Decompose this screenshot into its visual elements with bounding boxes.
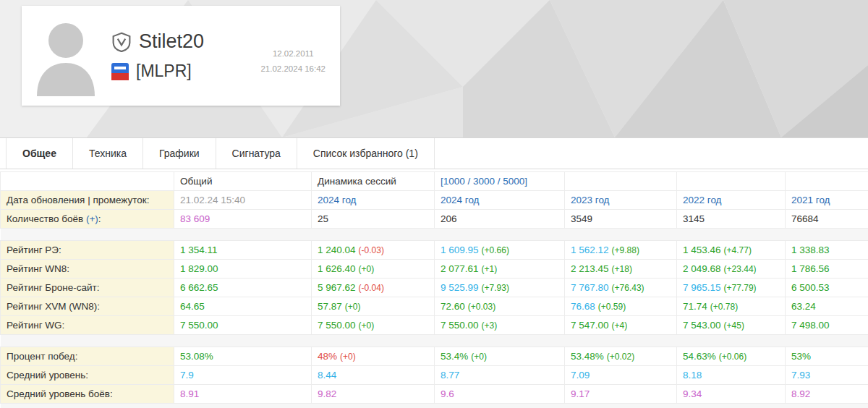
link-cell[interactable]: 2024 год [312, 191, 435, 210]
value-cell: 3549 [565, 210, 677, 229]
expand-battles-link[interactable]: (+) [86, 213, 98, 224]
value-cell: 53.48%(+0.02) [565, 347, 677, 366]
value-cell: 7 767.80(+76.43) [565, 279, 677, 297]
separator-cell [1, 335, 868, 347]
value-cell: 76.68(+0.59) [565, 297, 677, 316]
value-cell: 7 550.00(+3) [435, 316, 565, 335]
tab-general[interactable]: Общее [6, 138, 73, 169]
value-cell: 1 562.12(+9.88) [565, 241, 677, 260]
value-cell: 53.4%(+0) [435, 347, 565, 366]
value-cell: 8.44 [312, 366, 435, 385]
value-cell: 53% [786, 347, 868, 366]
value-cell: 1 609.95(+0.66) [435, 241, 565, 260]
value-cell: 5 967.62(-0.04) [312, 279, 435, 297]
value-cell: 9 525.99(+7.93) [435, 279, 565, 297]
value-cell: 8.91 [174, 385, 312, 404]
row-avg-level: Средний уровень:7.98.448.777.098.187.93 [1, 366, 868, 385]
link-cell[interactable]: [1000 / 3000 / 5000] [435, 172, 565, 191]
value-cell: 7 543.00(+45) [677, 316, 786, 335]
value-cell: 7.09 [565, 366, 677, 385]
row-rating-wg: Рейтинг WG:7 550.007 550.00(+0)7 550.00(… [1, 316, 868, 335]
value-cell [786, 172, 868, 191]
value-cell: 1 626.40(+0) [312, 260, 435, 279]
value-cell: 2 213.45(+18) [565, 260, 677, 279]
value-cell: 1 453.46(+4.77) [677, 241, 786, 260]
link-cell[interactable]: 2022 год [677, 191, 786, 210]
value-cell: 206 [435, 210, 565, 229]
registration-date: 12.02.2011 [273, 49, 314, 58]
clan-tag[interactable]: [MLPR] [136, 61, 192, 81]
value-cell: 3145 [677, 210, 786, 229]
value-cell: 7 550.00 [174, 316, 312, 335]
value-cell: 7.9 [174, 366, 312, 385]
clan-emblem-icon [111, 63, 129, 80]
separator-cell [1, 404, 868, 408]
last-update-date: 21.02.2024 16:42 [260, 64, 326, 73]
value-cell: 71.74(+0.78) [677, 297, 786, 316]
value-cell: Общий [174, 172, 312, 191]
stats-table: ОбщийДинамика сессий[1000 / 3000 / 5000]… [0, 171, 868, 408]
value-cell: 8.18 [677, 366, 786, 385]
row-label: Количество боёв (+): [1, 210, 174, 229]
row-label: Рейтинг РЭ: [1, 241, 174, 260]
value-cell: 7 547.00(+4) [565, 316, 677, 335]
header-banner: Stilet20 [MLPR] 12.02.2011 21.02.2024 16… [0, 0, 868, 137]
avatar [32, 15, 100, 96]
value-cell: 1 240.04(-0.03) [312, 241, 435, 260]
value-cell [677, 172, 786, 191]
value-cell: 6 662.65 [174, 279, 312, 297]
tab-favorites[interactable]: Список избранного (1) [297, 138, 435, 169]
value-cell: 21.02.24 15:40 [174, 191, 312, 210]
value-cell: 76684 [786, 210, 868, 229]
value-cell: 9.34 [677, 385, 786, 404]
value-cell: Динамика сессий [312, 172, 435, 191]
link-cell[interactable]: 2023 год [565, 191, 677, 210]
value-cell: 64.65 [174, 297, 312, 316]
tab-bar: Общее Техника Графики Сигнатура Список и… [0, 137, 868, 169]
wot-logo-icon [111, 32, 132, 52]
separator-cell [1, 229, 868, 241]
value-cell: 8.92 [786, 385, 868, 404]
separator-row [1, 404, 868, 408]
value-cell: 7.93 [786, 366, 868, 385]
row-label: Средний уровень: [1, 366, 174, 385]
column-headers-row: ОбщийДинамика сессий[1000 / 3000 / 5000] [1, 172, 868, 191]
row-win-rate: Процент побед:53.08%48%(+0)53.4%(+0)53.4… [1, 347, 868, 366]
separator-row [1, 335, 868, 347]
row-avg-battle-level: Средний уровень боёв:8.919.829.69.179.34… [1, 385, 868, 404]
value-cell: 72.60(+0.03) [435, 297, 565, 316]
value-cell: 2 077.61(+1) [435, 260, 565, 279]
value-cell: 48%(+0) [312, 347, 435, 366]
row-label [1, 172, 174, 191]
row-rating-armor-site: Рейтинг Броне-сайт:6 662.655 967.62(-0.0… [1, 279, 868, 297]
row-label: Рейтинг XVM (WN8): [1, 297, 174, 316]
profile-card: Stilet20 [MLPR] 12.02.2011 21.02.2024 16… [22, 6, 340, 106]
row-label: Дата обновления | промежуток: [1, 191, 174, 210]
row-rating-xvm: Рейтинг XVM (WN8):64.6557.87(+0)72.60(+0… [1, 297, 868, 316]
value-cell: 1 786.56 [786, 260, 868, 279]
tab-signature[interactable]: Сигнатура [216, 138, 297, 169]
row-rating-wn8: Рейтинг WN8:1 829.001 626.40(+0)2 077.61… [1, 260, 868, 279]
value-cell: 57.87(+0) [312, 297, 435, 316]
row-label: Рейтинг Броне-сайт: [1, 279, 174, 297]
row-label: Средний уровень боёв: [1, 385, 174, 404]
link-cell[interactable]: 2024 год [435, 191, 565, 210]
player-name: Stilet20 [139, 30, 204, 53]
value-cell: 9.82 [312, 385, 435, 404]
row-battles-count: Количество боёв (+):83 60925206354931457… [1, 210, 868, 229]
link-cell[interactable]: 2021 год [786, 191, 868, 210]
value-cell: 1 829.00 [174, 260, 312, 279]
value-cell: 54.63%(+0.06) [677, 347, 786, 366]
avatar-placeholder-icon [33, 17, 98, 96]
separator-row [1, 229, 868, 241]
value-cell: 1 338.83 [786, 241, 868, 260]
tab-charts[interactable]: Графики [143, 138, 216, 169]
value-cell: 2 049.68(+23.44) [677, 260, 786, 279]
row-label: Рейтинг WN8: [1, 260, 174, 279]
value-cell [565, 172, 677, 191]
value-cell: 6 500.53 [786, 279, 868, 297]
value-cell: 63.24 [786, 297, 868, 316]
tab-vehicles[interactable]: Техника [73, 138, 143, 169]
row-rating-re: Рейтинг РЭ:1 354.111 240.04(-0.03)1 609.… [1, 241, 868, 260]
value-cell: 9.17 [565, 385, 677, 404]
